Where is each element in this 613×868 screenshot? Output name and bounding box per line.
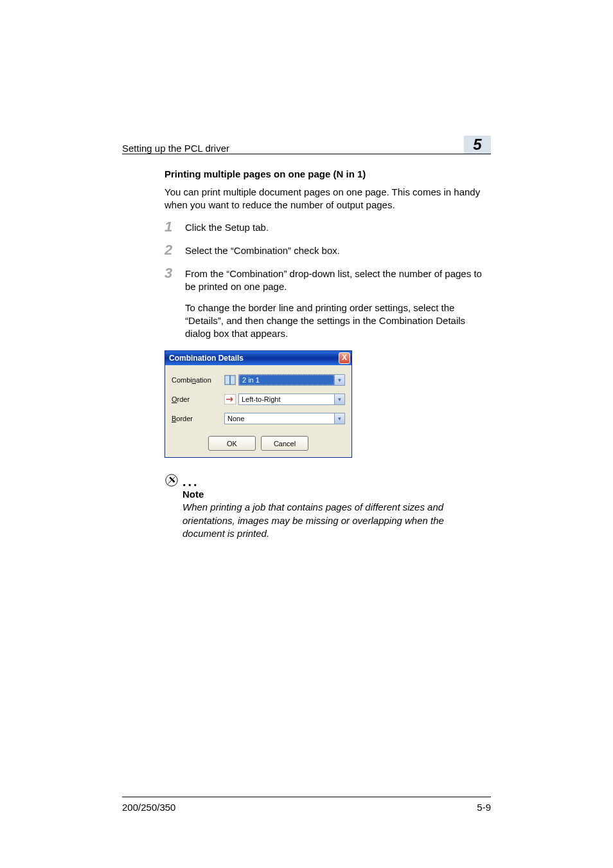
border-field: None ▼ <box>224 413 345 424</box>
ok-button[interactable]: OK <box>208 436 256 451</box>
border-row: Border None ▼ <box>172 413 345 424</box>
order-row: Order Left-to-Right ▼ <box>172 393 345 405</box>
combination-field: 2 in 1 ▼ <box>224 374 345 386</box>
step-text: Click the Setup tab. <box>185 221 269 234</box>
page-number: 5-9 <box>477 802 491 813</box>
combination-row: Combination 2 in 1 ▼ <box>172 374 345 386</box>
note-text: When printing a job that contains pages … <box>182 501 484 540</box>
note-label: Note <box>182 489 484 500</box>
close-button[interactable]: X <box>339 352 350 364</box>
note-icon-row: ... <box>164 473 484 487</box>
section-heading: Printing multiple pages on one page (N i… <box>164 168 484 179</box>
note-icon <box>164 473 179 487</box>
header-rule <box>122 154 491 154</box>
step-sub-text: To change the border line and printing o… <box>185 302 484 341</box>
combination-value: 2 in 1 <box>239 375 334 385</box>
order-label: Order <box>172 395 224 403</box>
page-footer: 200/250/350 5-9 <box>122 802 491 813</box>
dialog-titlebar: Combination Details X <box>165 351 351 365</box>
dialog-title: Combination Details <box>169 354 244 363</box>
chevron-down-icon: ▼ <box>334 375 344 385</box>
footer-model: 200/250/350 <box>122 802 175 813</box>
dialog-body: Combination 2 in 1 ▼ Order <box>165 365 351 457</box>
note-block: ... Note When printing a job that contai… <box>164 473 484 540</box>
combination-combo[interactable]: 2 in 1 ▼ <box>238 374 345 386</box>
dialog-buttons: OK Cancel <box>172 436 345 451</box>
border-label: Border <box>172 415 224 422</box>
combination-label: Combination <box>172 376 224 384</box>
order-field: Left-to-Right ▼ <box>224 393 345 405</box>
order-ltr-icon <box>224 394 236 404</box>
step-item: 1 Click the Setup tab. <box>164 221 484 234</box>
svg-rect-1 <box>225 375 230 384</box>
close-icon: X <box>342 353 347 362</box>
page: Setting up the PCL driver 5 Printing mul… <box>0 0 613 868</box>
svg-rect-2 <box>231 375 236 384</box>
running-title: Setting up the PCL driver <box>122 143 229 154</box>
step-text: From the “Combination” drop-down list, s… <box>185 267 484 340</box>
step-item: 3 From the “Combination” drop-down list,… <box>164 267 484 340</box>
order-value: Left-to-Right <box>239 394 334 404</box>
order-combo[interactable]: Left-to-Right ▼ <box>238 393 345 405</box>
combination-details-dialog: Combination Details X Combination 2 <box>164 350 352 458</box>
chevron-down-icon: ▼ <box>334 394 344 404</box>
step-number: 1 <box>164 220 185 234</box>
step-number: 2 <box>164 243 185 257</box>
note-dots-icon: ... <box>182 478 199 485</box>
cancel-button[interactable]: Cancel <box>261 436 308 451</box>
step-item: 2 Select the “Combination” check box. <box>164 244 484 257</box>
step-list: 1 Click the Setup tab. 2 Select the “Com… <box>164 221 484 341</box>
running-header: Setting up the PCL driver 5 <box>122 136 491 154</box>
footer-rule <box>122 797 491 797</box>
section-intro: You can print multiple document pages on… <box>164 186 484 212</box>
content-area: Printing multiple pages on one page (N i… <box>164 168 484 540</box>
step-main-text: From the “Combination” drop-down list, s… <box>185 268 482 292</box>
step-number: 3 <box>164 266 185 280</box>
chevron-down-icon: ▼ <box>334 413 344 424</box>
chapter-number-tab: 5 <box>464 136 491 154</box>
border-combo[interactable]: None ▼ <box>224 413 345 424</box>
border-value: None <box>225 413 334 424</box>
layout-2in1-icon <box>224 375 236 385</box>
step-text: Select the “Combination” check box. <box>185 244 340 257</box>
